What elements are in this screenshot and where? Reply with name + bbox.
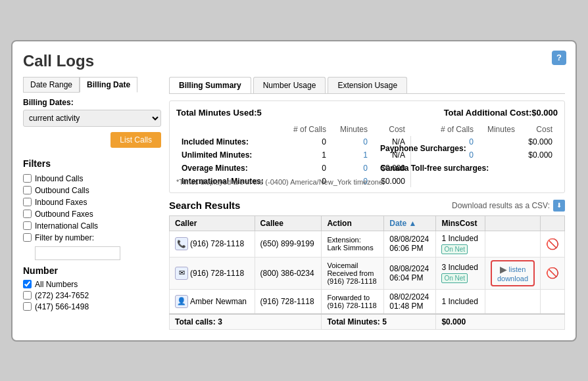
payphone-label: Payphone Surcharges: xyxy=(380,144,485,153)
row2-date: 08/08/202406:04 PM xyxy=(384,257,436,289)
overage-label: Overage Minutes: xyxy=(178,162,283,174)
col-minutes-r: Minutes xyxy=(479,124,519,135)
number-all-checkbox[interactable] xyxy=(23,280,32,288)
main-tabs: Billing Summary Number Usage Extension U… xyxy=(169,77,565,94)
number-417-label: (417) 566-1498 xyxy=(35,302,89,311)
on-net-badge: On Net xyxy=(441,244,468,254)
listen-label[interactable]: listen xyxy=(509,265,526,273)
table-row: 👤Amber Newman (916) 728-1118 Forwarded t… xyxy=(170,289,565,314)
tab-extension-usage[interactable]: Extension Usage xyxy=(328,77,407,93)
unlimited-minutes: 1 xyxy=(331,149,372,161)
number-417[interactable]: (417) 566-1498 xyxy=(23,302,161,311)
col-action[interactable]: Action xyxy=(322,215,384,231)
total-cost: $0.000 xyxy=(436,314,565,330)
totals-row: Total calls: 3 Total Minutes: 5 $0.000 xyxy=(170,314,565,330)
block-icon[interactable]: 🚫 xyxy=(546,267,559,279)
total-minutes-used: Total Minutes Used:5 xyxy=(176,108,262,118)
filter-by-number-checkbox[interactable] xyxy=(23,233,32,242)
filter-inbound-faxes-label: Inbound Faxes xyxy=(35,198,87,207)
billing-select[interactable]: current activity xyxy=(23,110,161,127)
included-minutes: 0 xyxy=(331,136,372,148)
filter-outbound-calls[interactable]: Outbound Calls xyxy=(23,186,161,195)
overage-calls: 0 xyxy=(284,162,330,174)
filter-inbound-faxes-checkbox[interactable] xyxy=(23,198,32,206)
filter-international-calls-label: International Calls xyxy=(35,221,98,231)
filter-outbound-calls-label: Outbound Calls xyxy=(35,186,89,195)
included-label: Included Minutes: xyxy=(178,136,283,148)
row3-minscost: 1 Included xyxy=(436,289,485,314)
col-cost: Cost xyxy=(373,124,409,135)
billing-label: Billing Dates: xyxy=(23,98,161,107)
filter-outbound-calls-checkbox[interactable] xyxy=(23,186,32,194)
canada-label-container: Canada Toll-free surcharges: xyxy=(380,164,558,173)
csv-download-icon[interactable]: ⬇ xyxy=(553,200,565,212)
results-table: Caller Callee Action Date ▲ MinsCost 📞(9… xyxy=(169,215,565,330)
row3-actions xyxy=(485,289,540,314)
filter-by-number: Filter by number: xyxy=(23,233,161,242)
table-row: 📞(916) 728-1118 (650) 899-9199 Extension… xyxy=(170,231,565,257)
total-minutes: Total Minutes: 5 xyxy=(322,314,436,330)
filter-inbound-faxes[interactable]: Inbound Faxes xyxy=(23,198,161,207)
billing-summary-section: Total Minutes Used:5 Total Additional Co… xyxy=(169,101,565,193)
col-num-calls-r: # of Calls xyxy=(431,124,478,135)
block-icon[interactable]: 🚫 xyxy=(546,238,559,250)
row1-caller: 📞(916) 728-1118 xyxy=(170,231,255,257)
summary-totals: Total Minutes Used:5 Total Additional Co… xyxy=(176,108,558,118)
total-calls: Total calls: 3 xyxy=(170,314,322,330)
filter-inbound-calls[interactable]: Inbound Calls xyxy=(23,174,161,183)
col-callee[interactable]: Callee xyxy=(255,215,322,231)
tab-number-usage[interactable]: Number Usage xyxy=(253,77,326,93)
number-417-checkbox[interactable] xyxy=(23,302,32,311)
row2-block[interactable]: 🚫 xyxy=(541,257,565,289)
filter-outbound-faxes-checkbox[interactable] xyxy=(23,210,32,218)
page-title: Call Logs xyxy=(23,52,565,70)
list-calls-button[interactable]: List Calls xyxy=(110,132,161,148)
tab-billing-date[interactable]: Billing Date xyxy=(80,77,137,93)
row2-minscost: 3 Included On Net xyxy=(436,257,485,289)
number-section-title: Number xyxy=(23,265,161,276)
download-link[interactable]: download xyxy=(497,275,528,282)
tab-billing-summary[interactable]: Billing Summary xyxy=(169,77,251,93)
filter-outbound-faxes[interactable]: Outbound Faxes xyxy=(23,210,161,219)
filters-title: Filters xyxy=(23,158,161,169)
row3-date: 08/02/202401:48 PM xyxy=(384,289,436,314)
call-logs-window: Call Logs ? Date Range Billing Date Bill… xyxy=(11,40,577,342)
filter-international-calls-checkbox[interactable] xyxy=(23,221,32,230)
filter-inbound-calls-checkbox[interactable] xyxy=(23,174,32,183)
col-caller[interactable]: Caller xyxy=(170,215,255,231)
help-button[interactable]: ? xyxy=(552,51,566,65)
number-272-label: (272) 234-7652 xyxy=(35,291,89,300)
voicemail-icon: ✉ xyxy=(175,267,188,280)
left-panel: Date Range Billing Date Billing Dates: c… xyxy=(23,77,161,330)
user-icon: 👤 xyxy=(175,295,188,308)
tab-date-range[interactable]: Date Range xyxy=(23,77,80,93)
row1-actions xyxy=(485,231,540,257)
filter-number-input[interactable] xyxy=(35,246,120,260)
number-272-checkbox[interactable] xyxy=(23,291,32,300)
row1-minscost: 1 Included On Net xyxy=(436,231,485,257)
row3-block xyxy=(541,289,565,314)
filter-outbound-faxes-label: Outbound Faxes xyxy=(35,210,93,219)
listen-download-box[interactable]: ▶ listen download xyxy=(491,260,535,286)
row3-action: Forwarded to (916) 728-1118 xyxy=(322,289,384,314)
row2-callee: (800) 386-0234 xyxy=(255,257,322,289)
date-tabs: Date Range Billing Date xyxy=(23,77,161,93)
table-row: ✉(916) 728-1118 (800) 386-0234 Voicemail… xyxy=(170,257,565,289)
col-date[interactable]: Date ▲ xyxy=(384,215,436,231)
filter-inbound-calls-label: Inbound Calls xyxy=(35,174,83,183)
row1-block[interactable]: 🚫 xyxy=(541,231,565,257)
download-area[interactable]: Download results as a CSV: ⬇ xyxy=(452,200,565,212)
timezone-note: *Times displayed are in the (-0400) Amer… xyxy=(176,178,558,186)
number-all[interactable]: All Numbers xyxy=(23,280,161,289)
number-272[interactable]: (272) 234-7652 xyxy=(23,291,161,300)
search-results-header: Search Results Download results as a CSV… xyxy=(169,200,565,212)
row2-listen-download[interactable]: ▶ listen download xyxy=(485,257,540,289)
overage-minutes: 0 xyxy=(331,162,372,174)
row1-callee: (650) 899-9199 xyxy=(255,231,322,257)
results-header-row: Caller Callee Action Date ▲ MinsCost xyxy=(170,215,565,231)
col-minscost[interactable]: MinsCost xyxy=(436,215,485,231)
row2-action: Voicemail Received from (916) 728-1118 xyxy=(322,257,384,289)
canada-label: Canada Toll-free surcharges: xyxy=(380,164,489,173)
filter-international-calls[interactable]: International Calls xyxy=(23,221,161,231)
row1-action: Extension: Lark Simmons xyxy=(322,231,384,257)
